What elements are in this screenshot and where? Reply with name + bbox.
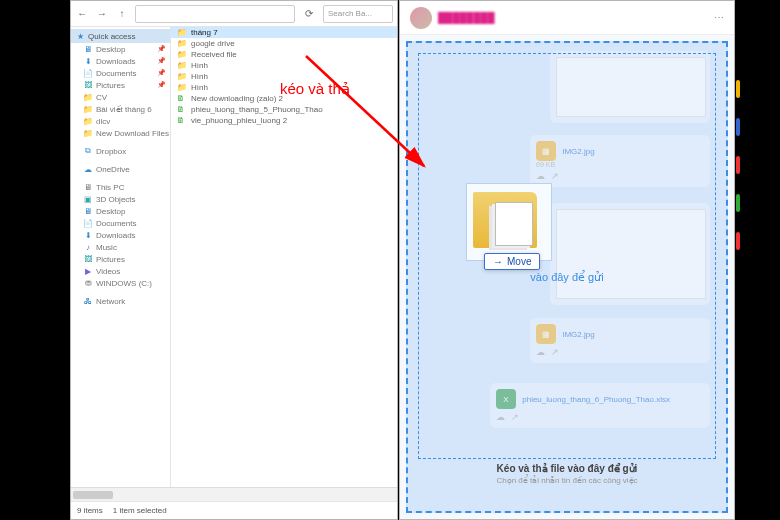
file-row[interactable]: 📁google drive [171, 38, 397, 49]
file-name: phieu_luong_thang_5_Phuong_Thao [191, 105, 323, 114]
folder-icon: 📁 [83, 92, 93, 102]
pin-icon: 📌 [157, 69, 166, 77]
avatar[interactable] [410, 7, 432, 29]
file-row[interactable]: 🗎phieu_luong_thang_5_Phuong_Thao [171, 104, 397, 115]
pin-icon: 📌 [157, 45, 166, 53]
folder-icon: 📄 [83, 68, 93, 78]
nav-back-button[interactable]: ← [75, 7, 89, 21]
sidebar-item[interactable]: 🖥Desktop [71, 205, 170, 217]
drop-zone-inner [418, 53, 716, 459]
sidebar-this-pc[interactable]: 🖥 This PC [71, 181, 170, 193]
sidebar-item[interactable]: 🖥Desktop📌 [71, 43, 170, 55]
sidebar-onedrive[interactable]: ☁ OneDrive [71, 163, 170, 175]
file-icon: 🗎 [177, 116, 187, 125]
folder-icon: 📁 [83, 104, 93, 114]
quick-access-label: Quick access [88, 32, 136, 41]
explorer-status-bar: 9 items 1 item selected [71, 501, 397, 519]
drop-footer-sub: Chọn để tải nhắn tin đến các công việc [418, 476, 716, 485]
drive-icon: 🖼 [83, 254, 93, 264]
file-name: Hình [191, 83, 208, 92]
sidebar-item[interactable]: ⬇Downloads📌 [71, 55, 170, 67]
horizontal-scrollbar[interactable] [71, 487, 397, 501]
drive-icon: ⛃ [83, 278, 93, 288]
file-row[interactable]: 🗎New downloading (zalo) 2 [171, 93, 397, 104]
file-name: Hình [191, 61, 208, 70]
drive-icon: ⬇ [83, 230, 93, 240]
file-icon: 📁 [177, 28, 187, 37]
pin-icon: 📌 [157, 81, 166, 89]
sidebar-item[interactable]: ⬇Downloads [71, 229, 170, 241]
refresh-button[interactable]: ⟳ [301, 8, 317, 19]
file-row[interactable]: 📁tháng 7 [171, 27, 397, 38]
search-placeholder: Search Ba... [328, 9, 372, 18]
side-color-strip [736, 80, 740, 380]
file-list-pane[interactable]: 📁tháng 7📁google drive📁Received file📁Hình… [171, 27, 397, 487]
file-icon: 📁 [177, 50, 187, 59]
sidebar-item[interactable]: 🖼Pictures [71, 253, 170, 265]
file-explorer-window: ← → ↑ ⟳ Search Ba... ★ Quick access 🖥Des… [70, 0, 398, 520]
network-icon: 🖧 [83, 296, 93, 306]
file-name: Hình [191, 72, 208, 81]
file-row[interactable]: 📁Hình [171, 60, 397, 71]
sidebar-item[interactable]: ⛃WINDOWS (C:) [71, 277, 170, 289]
drive-icon: ♪ [83, 242, 93, 252]
sidebar-dropbox[interactable]: ⧉ Dropbox [71, 145, 170, 157]
nav-up-button[interactable]: ↑ [115, 7, 129, 21]
file-row[interactable]: 📁Received file [171, 49, 397, 60]
chat-window: ████████ ⋯ ▦ IMG2.jpg 69 KB ☁↗ ▦ IMG2.jp… [399, 0, 735, 520]
folder-icon: 🖼 [83, 80, 93, 90]
sidebar-item[interactable]: ▣3D Objects [71, 193, 170, 205]
drive-icon: ▶ [83, 266, 93, 276]
file-row[interactable]: 🗎vie_phuong_phieu_luong 2 [171, 115, 397, 126]
file-name: Received file [191, 50, 237, 59]
sidebar-item[interactable]: 📁dlcv [71, 115, 170, 127]
drive-icon: 🖥 [83, 206, 93, 216]
folder-icon: 🖥 [83, 44, 93, 54]
folder-icon: 📁 [83, 116, 93, 126]
pc-icon: 🖥 [83, 182, 93, 192]
star-icon: ★ [75, 31, 85, 41]
drop-footer-title: Kéo và thả file vào đây để gửi [418, 463, 716, 474]
sidebar-item[interactable]: 📄Documents [71, 217, 170, 229]
file-icon: 🗎 [177, 94, 187, 103]
sidebar-item[interactable]: ♪Music [71, 241, 170, 253]
file-icon: 🗎 [177, 105, 187, 114]
drive-icon: 📄 [83, 218, 93, 228]
file-name: tháng 7 [191, 28, 218, 37]
nav-forward-button[interactable]: → [95, 7, 109, 21]
explorer-sidebar: ★ Quick access 🖥Desktop📌⬇Downloads📌📄Docu… [71, 27, 171, 487]
dropbox-icon: ⧉ [83, 146, 93, 156]
header-action-icon[interactable]: ⋯ [714, 12, 724, 23]
drive-icon: ▣ [83, 194, 93, 204]
status-item-count: 9 items [77, 506, 103, 515]
file-row[interactable]: 📁Hình [171, 71, 397, 82]
file-icon: 📁 [177, 83, 187, 92]
sidebar-network[interactable]: 🖧 Network [71, 295, 170, 307]
address-bar[interactable] [135, 5, 295, 23]
sidebar-item[interactable]: 📁New Download Files [71, 127, 170, 139]
explorer-toolbar: ← → ↑ ⟳ Search Ba... [71, 1, 397, 27]
drop-footer: Kéo và thả file vào đây để gửi Chọn để t… [418, 463, 716, 505]
file-name: google drive [191, 39, 235, 48]
status-selection: 1 item selected [113, 506, 167, 515]
folder-icon: ⬇ [83, 56, 93, 66]
cloud-icon: ☁ [83, 164, 93, 174]
chat-header: ████████ ⋯ [400, 1, 734, 35]
sidebar-item[interactable]: 📁Bài viết tháng 6 [71, 103, 170, 115]
file-name: New downloading (zalo) 2 [191, 94, 283, 103]
file-icon: 📁 [177, 61, 187, 70]
sidebar-quick-access[interactable]: ★ Quick access [71, 29, 170, 43]
search-input[interactable]: Search Ba... [323, 5, 393, 23]
drop-zone[interactable]: ▦ IMG2.jpg 69 KB ☁↗ ▦ IMG2.jpg ☁↗ X phie… [406, 41, 728, 513]
chat-title: ████████ [438, 12, 495, 23]
file-icon: 📁 [177, 39, 187, 48]
sidebar-item[interactable]: 🖼Pictures📌 [71, 79, 170, 91]
sidebar-item[interactable]: 📄Documents📌 [71, 67, 170, 79]
pin-icon: 📌 [157, 57, 166, 65]
sidebar-item[interactable]: ▶Videos [71, 265, 170, 277]
file-name: vie_phuong_phieu_luong 2 [191, 116, 287, 125]
sidebar-item[interactable]: 📁CV [71, 91, 170, 103]
folder-icon: 📁 [83, 128, 93, 138]
file-icon: 📁 [177, 72, 187, 81]
file-row[interactable]: 📁Hình [171, 82, 397, 93]
